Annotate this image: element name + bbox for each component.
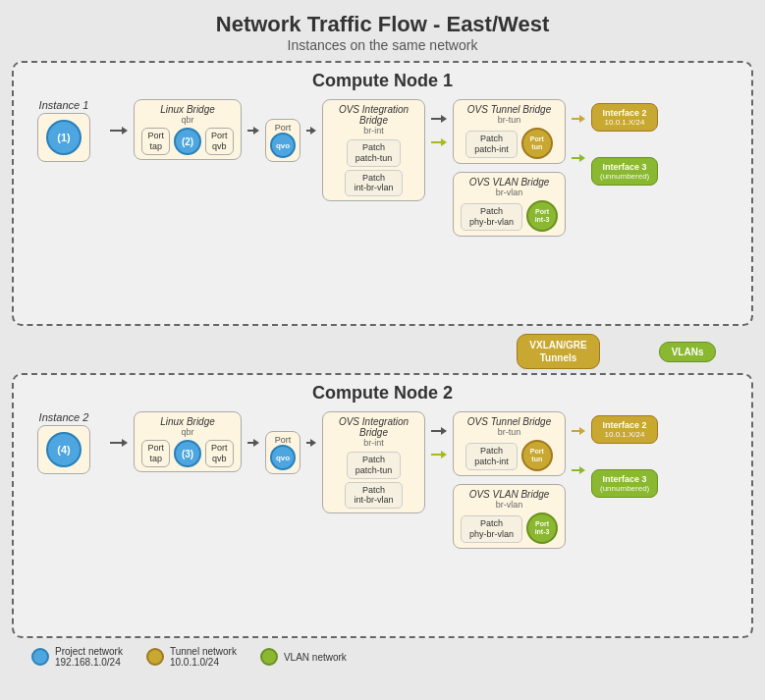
ovs-int-label-2: OVS Integration Bridge — [329, 416, 418, 438]
patch-int-2: Patch patch-int — [465, 443, 518, 470]
ovs-int-sublabel-2: br-int — [363, 438, 384, 448]
legend-vlan-circle — [260, 648, 278, 666]
linux-bridge-1-sublabel: qbr — [181, 115, 193, 125]
patch-int-br-vlan-1: Patch int-br-vlan — [345, 170, 402, 197]
ovs-int-sublabel-1: br-int — [363, 126, 384, 135]
sub-title: Instances on the same network — [288, 37, 478, 53]
compute-node-1-title: Compute Node 1 — [24, 71, 741, 91]
port-qvo-wrapper-2: Port qvo — [265, 431, 301, 474]
compute-node-2-title: Compute Node 2 — [24, 383, 741, 404]
linux-bridge-2-label: Linux Bridge — [160, 416, 215, 427]
ovs-tunnel-label-2: OVS Tunnel Bridge — [467, 416, 551, 427]
patch-tun-2: Patch patch-tun — [347, 452, 402, 479]
instance-1-label: Instance 1 — [39, 99, 89, 111]
linux-bridge-1-num: (2) — [174, 128, 201, 155]
patch-int-br-vlan-2: Patch int-br-vlan — [345, 482, 402, 510]
linux-bridge-1-label: Linux Bridge — [160, 104, 215, 115]
instance-2: Instance 2 (4) — [24, 411, 104, 474]
legend-vlan-label: VLAN network — [284, 652, 347, 663]
port-tap-1: Port tap — [141, 128, 170, 155]
compute-node-1: Compute Node 1 Instance 1 (1) Linux Brid… — [12, 61, 753, 326]
port-int3-1: Portint-3 — [526, 200, 558, 232]
patch-phy-1: Patch phy-br-vlan — [461, 203, 522, 231]
instance-2-label: Instance 2 — [39, 411, 89, 423]
linux-bridge-2-sublabel: qbr — [181, 427, 193, 437]
legend-tunnel: Tunnel network10.0.1.0/24 — [146, 646, 237, 668]
port-qvo-1: qvo — [270, 133, 296, 158]
vlans-box: VLANs — [659, 342, 717, 362]
legend-project-circle — [31, 648, 49, 666]
ovs-vlan-label-1: OVS VLAN Bridge — [469, 177, 550, 188]
patch-phy-2: Patch phy-br-vlan — [461, 515, 522, 543]
legend-project-label: Project network192.168.1.0/24 — [55, 646, 123, 668]
ovs-int-label-1: OVS Integration Bridge — [329, 104, 418, 126]
ovs-vlan-bridge-2: OVS VLAN Bridge br-vlan Patch phy-br-vla… — [453, 484, 566, 549]
linux-bridge-2: Linux Bridge qbr Port tap (3) Port qvb — [134, 411, 242, 472]
port-qvo-wrapper-1: Port qvo — [265, 119, 301, 162]
legend-tunnel-circle — [146, 648, 164, 666]
interface-2-node1: Interface 2 10.0.1.X/24 — [591, 103, 658, 132]
ovs-vlan-sublabel-2: br-vlan — [496, 500, 523, 510]
vxlan-box: VXLAN/GRE Tunnels — [517, 334, 599, 369]
instance-2-port: (4) — [46, 432, 82, 467]
interface-2-node2: Interface 2 10.0.1.X/24 — [591, 415, 658, 444]
ovs-tunnel-sublabel-2: br-tun — [498, 427, 521, 437]
port-tun-1: Porttun — [521, 128, 553, 159]
linux-bridge-1: Linux Bridge qbr Port tap (2) Port qvb — [134, 99, 242, 160]
interface-3-node1: Interface 3 (unnumbered) — [591, 157, 658, 186]
port-tap-2: Port tap — [141, 440, 170, 467]
ovs-tunnel-bridge-1: OVS Tunnel Bridge br-tun Patch patch-int… — [453, 99, 566, 164]
instance-1-port: (1) — [46, 120, 82, 155]
middle-section: VXLAN/GRE Tunnels VLANs — [12, 334, 753, 369]
patch-int-1: Patch patch-int — [465, 131, 518, 158]
ovs-int-bridge-2: OVS Integration Bridge br-int Patch patc… — [322, 411, 425, 513]
port-tun-2: Porttun — [521, 440, 553, 471]
linux-bridge-2-num: (3) — [174, 440, 201, 467]
legend-vlan: VLAN network — [260, 648, 347, 666]
ovs-vlan-bridge-1: OVS VLAN Bridge br-vlan Patch phy-br-vla… — [453, 172, 566, 237]
legend: Project network192.168.1.0/24 Tunnel net… — [12, 646, 753, 668]
legend-tunnel-label: Tunnel network10.0.1.0/24 — [170, 646, 237, 668]
ovs-tunnel-label-1: OVS Tunnel Bridge — [467, 104, 551, 115]
instance-1: Instance 1 (1) — [24, 99, 104, 162]
ovs-tunnel-sublabel-1: br-tun — [498, 115, 521, 125]
port-qvb-1: Port qvb — [205, 128, 234, 155]
port-qvo-2: qvo — [270, 445, 296, 470]
ovs-int-bridge-1: OVS Integration Bridge br-int Patch patc… — [322, 99, 425, 201]
ovs-tunnel-bridge-2: OVS Tunnel Bridge br-tun Patch patch-int… — [453, 411, 566, 476]
port-int3-2: Portint-3 — [526, 512, 558, 544]
ovs-vlan-label-2: OVS VLAN Bridge — [469, 489, 550, 500]
interface-3-node2: Interface 3 (unnumbered) — [591, 469, 658, 498]
patch-tun-1: Patch patch-tun — [347, 139, 402, 167]
main-title: Network Traffic Flow - East/West — [216, 12, 549, 37]
legend-project: Project network192.168.1.0/24 — [31, 646, 123, 668]
ovs-vlan-sublabel-1: br-vlan — [496, 188, 523, 197]
port-qvb-2: Port qvb — [205, 440, 234, 467]
compute-node-2: Compute Node 2 Instance 2 (4) Linux Brid… — [12, 373, 753, 638]
